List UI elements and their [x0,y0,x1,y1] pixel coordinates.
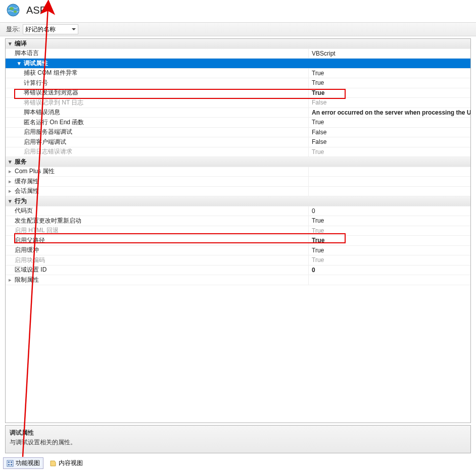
property-value[interactable]: True [309,79,470,86]
property-value[interactable]: False [309,138,470,145]
property-value[interactable]: An error occurred on the server when pro… [309,109,470,116]
property-label: 代码页 [15,206,33,215]
property-label: 脚本错误消息 [24,108,60,117]
property-label: 启用客户端调试 [24,138,66,146]
sub-category-header[interactable]: ▾调试属性 [6,59,470,69]
property-value[interactable]: False [309,129,470,136]
asp-globe-icon [6,3,20,17]
property-row[interactable]: 启用客户端调试False [6,137,470,147]
expand-icon[interactable]: ▸ [6,178,15,185]
expand-icon[interactable]: ▸ [6,168,15,175]
bottom-tabs: 功能视图 内容视图 [0,455,89,471]
svg-rect-6 [8,464,10,465]
property-value[interactable]: True [309,247,470,254]
category-header[interactable]: ▾编译 [6,39,470,49]
content-view-icon [50,460,57,467]
property-label: 启用块编码 [15,256,45,265]
description-panel: 调试属性 与调试设置相关的属性。 [5,425,471,453]
tab-feature-view[interactable]: 功能视图 [3,457,43,469]
property-value[interactable]: True [309,148,470,155]
property-value[interactable]: True [309,70,470,77]
tab-content-view-label: 内容视图 [59,459,83,467]
property-value[interactable]: True [309,227,470,234]
expand-icon[interactable]: ▸ [6,188,15,194]
description-title: 调试属性 [10,429,466,437]
property-label: 启用日志错误请求 [24,147,72,156]
category-label: 行为 [15,197,27,205]
property-label: Com Plus 属性 [15,167,55,176]
description-text: 与调试设置相关的属性。 [10,438,466,447]
property-label: 调试属性 [24,59,48,68]
property-row[interactable]: 匿名运行 On End 函数True [6,118,470,128]
property-value[interactable]: False [309,99,470,106]
svg-rect-4 [8,461,10,463]
toolbar: 显示: 好记的名称 [0,22,476,36]
collapse-icon[interactable]: ▾ [6,40,15,47]
property-value[interactable]: 0 [309,267,470,274]
property-label: 区域设置 ID [15,266,46,274]
property-row[interactable]: 将错误发送到浏览器True [6,88,470,98]
display-label: 显示: [6,25,20,34]
property-label: 启用缓冲 [15,246,39,254]
property-label: 计算行号 [24,79,48,87]
category-label: 编译 [15,39,27,48]
property-value[interactable]: VBScript [309,50,470,57]
property-label: 匿名运行 On End 函数 [24,118,84,127]
expand-icon[interactable]: ▸ [6,277,15,283]
category-label: 服务 [15,158,27,166]
property-row[interactable]: 启用父路径True [6,236,470,246]
property-label: 缓存属性 [15,177,39,186]
collapse-icon[interactable]: ▾ [6,198,15,204]
property-row[interactable]: ▸限制属性 [6,275,470,285]
tab-feature-view-label: 功能视图 [16,459,40,467]
page-title: ASP [26,5,46,16]
property-row[interactable]: 代码页0 [6,206,470,217]
feature-view-icon [7,460,14,467]
property-value[interactable]: True [309,119,470,126]
svg-point-1 [10,7,14,10]
property-value[interactable]: True [309,237,470,244]
property-label: 启用父路径 [15,236,45,245]
collapse-icon[interactable]: ▾ [6,159,15,165]
property-row[interactable]: 启用 HTML 回退True [6,226,470,236]
property-label: 将错误发送到浏览器 [24,88,78,97]
property-value[interactable]: True [309,217,470,224]
property-label: 会话属性 [15,187,39,195]
property-row[interactable]: 将错误记录到 NT 日志False [6,98,470,108]
property-label: 捕获 COM 组件异常 [24,69,78,77]
property-grid-body[interactable]: ▾编译脚本语言VBScript▾调试属性捕获 COM 组件异常True计算行号T… [6,39,470,423]
property-row[interactable]: 计算行号True [6,78,470,88]
property-grid: ▾编译脚本语言VBScript▾调试属性捕获 COM 组件异常True计算行号T… [5,38,471,423]
svg-point-2 [14,11,17,13]
property-row[interactable]: 脚本错误消息An error occurred on the server wh… [6,108,470,118]
property-label: 启用服务器端调试 [24,128,72,136]
display-select[interactable]: 好记的名称 [23,24,78,34]
property-label: 启用 HTML 回退 [15,226,59,235]
category-header[interactable]: ▾行为 [6,196,470,206]
property-row[interactable]: ▸会话属性 [6,187,470,197]
property-row[interactable]: 捕获 COM 组件异常True [6,69,470,79]
property-row[interactable]: 区域设置 ID0 [6,266,470,276]
category-header[interactable]: ▾服务 [6,157,470,167]
property-row[interactable]: 脚本语言VBScript [6,49,470,59]
property-value[interactable]: True [309,89,470,96]
property-row[interactable]: ▸Com Plus 属性 [6,167,470,177]
property-label: 将错误记录到 NT 日志 [24,98,83,107]
property-row[interactable]: 启用缓冲True [6,246,470,256]
property-row[interactable]: 启用服务器端调试False [6,128,470,138]
property-label: 限制属性 [15,276,39,284]
collapse-icon[interactable]: ▾ [15,60,24,67]
property-value[interactable]: 0 [309,207,470,215]
page-header: ASP [0,0,476,22]
property-row[interactable]: 启用日志错误请求True [6,147,470,158]
svg-rect-5 [11,461,12,463]
property-label: 脚本语言 [15,49,39,58]
property-row[interactable]: 启用块编码True [6,255,470,266]
display-select-value: 好记的名称 [25,25,56,34]
property-value[interactable]: True [309,256,470,264]
property-row[interactable]: ▸缓存属性 [6,177,470,187]
svg-rect-3 [7,460,13,466]
property-label: 发生配置更改时重新启动 [15,217,81,225]
property-row[interactable]: 发生配置更改时重新启动True [6,216,470,226]
tab-content-view[interactable]: 内容视图 [46,458,86,468]
